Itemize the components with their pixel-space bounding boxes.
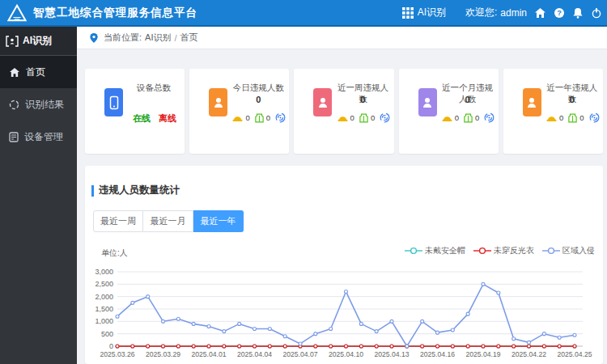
grid-apps-button[interactable]: AI识别 <box>402 6 446 19</box>
card-mini-stats: 0 0 <box>334 112 393 123</box>
header-app-name: AI识别 <box>418 6 446 19</box>
panel-title-row: 违规人员数量统计 <box>91 184 180 197</box>
svg-text:2025.04.07: 2025.04.07 <box>282 350 317 358</box>
card-value: 0 <box>439 95 496 104</box>
card-violations-month: 近一个月违规人数 0 0 0 <box>399 69 499 154</box>
title-accent-bar <box>91 185 94 197</box>
header-right-zone: AI识别 欢迎您: admin ? <box>395 0 602 25</box>
person-badge-icon <box>523 88 541 116</box>
vest-icon <box>568 113 577 123</box>
intrusion-swirl-icon <box>589 112 600 123</box>
svg-text:500: 500 <box>101 330 113 338</box>
legend-item-vest[interactable]: 未穿反光衣 <box>473 245 534 256</box>
home-icon <box>534 7 546 19</box>
logout-button[interactable] <box>591 7 602 19</box>
svg-text:2025.04.13: 2025.04.13 <box>374 350 409 358</box>
card-title: 设备总数 <box>125 83 182 94</box>
svg-text:2025.03.29: 2025.03.29 <box>146 350 180 358</box>
svg-text:2025.04.10: 2025.04.10 <box>329 350 363 358</box>
card-violations-today: 今日违规人数 0 0 0 <box>189 69 289 154</box>
help-icon: ? <box>554 7 565 19</box>
intrusion-swirl-icon <box>484 112 495 123</box>
helmet-count: 0 <box>350 113 354 122</box>
card-violations-week: 近一周违规人数 0 0 0 <box>294 69 393 154</box>
svg-text:2025.03.26: 2025.03.26 <box>100 350 134 358</box>
svg-text:3,000: 3,000 <box>95 268 113 276</box>
sidebar-item-devices[interactable]: 设备管理 <box>0 121 77 153</box>
breadcrumb-root[interactable]: AI识别 <box>145 32 171 44</box>
tab-last-week[interactable]: 最近一周 <box>93 210 143 232</box>
username-label[interactable]: admin <box>500 7 527 19</box>
legend-label: 区域入侵 <box>562 245 595 256</box>
legend-marker-icon <box>542 247 560 255</box>
svg-text:2025.04.22: 2025.04.22 <box>511 350 546 358</box>
helmet-count: 0 <box>559 113 563 122</box>
legend-marker-icon <box>405 247 422 255</box>
helmet-icon <box>442 113 452 122</box>
vest-count: 0 <box>266 113 270 122</box>
home-button[interactable] <box>534 7 546 19</box>
helmet-icon <box>337 113 348 122</box>
help-button[interactable]: ? <box>554 7 565 19</box>
svg-text:2025.04.25: 2025.04.25 <box>557 350 592 358</box>
legend-label: 未戴安全帽 <box>425 245 465 256</box>
card-title: 今日违规人数 <box>230 83 287 94</box>
card-device-total: 设备总数 在线 离线 <box>85 69 185 154</box>
stat-cards-row: 设备总数 在线 离线 今日违规人数 0 <box>85 69 603 154</box>
power-icon <box>591 7 602 19</box>
card-mini-stats: 0 0 <box>544 112 602 123</box>
card-violations-year: 近一年违规人数 0 0 0 <box>503 69 603 154</box>
svg-text:?: ? <box>557 9 562 17</box>
tab-last-year[interactable]: 最近一年 <box>193 210 244 232</box>
location-pin-icon <box>89 32 99 44</box>
legend-item-intrusion[interactable]: 区域入侵 <box>542 245 595 256</box>
card-value: 0 <box>230 95 287 104</box>
svg-text:2025.04.16: 2025.04.16 <box>420 350 455 358</box>
face-scan-icon <box>6 36 19 47</box>
helmet-count: 0 <box>245 113 249 122</box>
person-badge-icon <box>418 88 437 116</box>
helmet-icon <box>546 113 557 122</box>
sidebar-item-label: 设备管理 <box>24 130 63 144</box>
offline-label: 离线 <box>159 113 176 123</box>
vest-icon <box>255 113 264 123</box>
page-title: 智慧工地综合管理服务信息平台 <box>33 6 197 20</box>
svg-text:2,000: 2,000 <box>95 293 113 301</box>
sidebar-item-home[interactable]: 首页 <box>0 56 77 88</box>
svg-text:2025.04.19: 2025.04.19 <box>465 350 500 358</box>
card-value: 0 <box>334 95 391 104</box>
person-badge-icon <box>313 88 332 116</box>
notifications-button[interactable] <box>572 7 584 19</box>
app-screen: 智慧工地综合管理服务信息平台 AI识别 欢迎您: admin <box>0 0 607 364</box>
card-mini-stats: 0 0 <box>230 112 288 123</box>
device-icon <box>9 132 19 142</box>
range-tabs: 最近一周 最近一月 最近一年 <box>93 210 244 232</box>
scan-circle-icon <box>9 99 19 110</box>
grid-apps-icon <box>402 7 414 19</box>
breadcrumb-current[interactable]: 首页 <box>180 32 198 44</box>
vest-count: 0 <box>371 113 375 122</box>
vest-count: 0 <box>579 113 584 122</box>
breadcrumb: 当前位置: AI识别 / 首页 <box>77 27 607 49</box>
chart-panel: 违规人员数量统计 最近一周 最近一月 最近一年 未戴安全帽 <box>85 166 603 364</box>
legend-item-helmet[interactable]: 未戴安全帽 <box>405 245 465 256</box>
y-axis-unit-label: 单位:人 <box>101 248 128 259</box>
device-badge-icon <box>104 88 123 116</box>
tab-last-month[interactable]: 最近一月 <box>143 210 193 232</box>
sidebar-module-title: AI识别 <box>23 34 52 48</box>
helmet-icon <box>232 113 243 122</box>
welcome-label: 欢迎您: <box>465 6 497 19</box>
line-chart: 05001,0001,5002,0002,5003,0002025.03.262… <box>93 259 595 364</box>
svg-text:1,000: 1,000 <box>95 317 113 325</box>
breadcrumb-prefix: 当前位置: <box>104 32 142 44</box>
svg-text:2025.04.04: 2025.04.04 <box>237 350 272 358</box>
vest-count: 0 <box>475 113 479 122</box>
vest-icon <box>464 113 473 123</box>
line-chart-svg: 05001,0001,5002,0002,5003,0002025.03.262… <box>93 259 595 364</box>
sidebar: AI识别 首页 识别结果 <box>0 27 77 364</box>
svg-text:1,500: 1,500 <box>95 305 113 313</box>
sidebar-item-results[interactable]: 识别结果 <box>0 88 77 121</box>
legend-marker-icon <box>473 247 491 255</box>
intrusion-swirl-icon <box>380 112 390 123</box>
pyramid-logo-icon <box>7 4 27 22</box>
